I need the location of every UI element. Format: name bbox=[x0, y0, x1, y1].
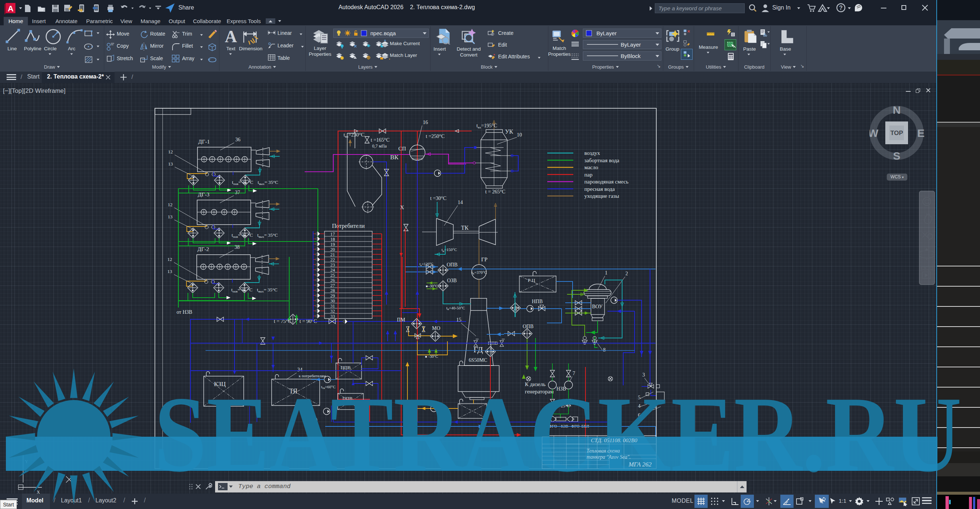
svg-text:0,7 мПа: 0,7 мПа bbox=[372, 143, 387, 149]
svg-text:t =250°C: t =250°C bbox=[426, 134, 444, 139]
svg-text:7: 7 bbox=[573, 371, 575, 376]
svg-text:МО: МО bbox=[432, 326, 441, 331]
svg-text:генераторам: генераторам bbox=[525, 389, 554, 394]
svg-text:20: 20 bbox=[330, 247, 335, 252]
svg-text:ДКЯ ФГО: ДКЯ ФГО bbox=[539, 424, 557, 428]
svg-text:37: 37 bbox=[235, 190, 240, 195]
svg-text:30: 30 bbox=[330, 298, 335, 304]
svg-text:tвых= 35°C: tвых= 35°C bbox=[257, 232, 278, 239]
svg-text:-30°C: -30°C bbox=[428, 354, 438, 358]
svg-text:2: 2 bbox=[625, 271, 628, 276]
svg-text:W: W bbox=[870, 127, 879, 139]
svg-text:31: 31 bbox=[330, 304, 335, 309]
svg-text:■: ■ bbox=[425, 355, 427, 358]
svg-text:ОПВ: ОПВ bbox=[523, 324, 534, 329]
svg-text:к потребителям: к потребителям bbox=[299, 374, 326, 378]
svg-text:39: 39 bbox=[361, 409, 367, 415]
svg-text:13: 13 bbox=[168, 214, 172, 220]
svg-text:Разраб.: Разраб. bbox=[543, 464, 550, 466]
svg-text:6: 6 bbox=[638, 412, 641, 418]
svg-text:32: 32 bbox=[330, 309, 335, 314]
svg-text:27: 27 bbox=[330, 283, 335, 288]
svg-text:tв=120°C: tв=120°C bbox=[420, 262, 433, 267]
svg-text:X: X bbox=[37, 490, 40, 493]
svg-text:Разраб.: Разраб. bbox=[543, 461, 550, 463]
svg-text:6S50MC: 6S50MC bbox=[469, 358, 487, 363]
svg-text:БКЯ: БКЯ bbox=[581, 424, 589, 428]
svg-text:25: 25 bbox=[330, 273, 335, 278]
svg-text:прес.вода: прес.вода bbox=[370, 30, 396, 37]
svg-text:4: 4 bbox=[638, 403, 641, 409]
svg-text:8: 8 bbox=[603, 347, 606, 353]
svg-text:ВОУ: ВОУ bbox=[592, 304, 603, 309]
svg-text:Иванов И.И.: Иванов И.И. bbox=[555, 455, 568, 458]
svg-text:tвых= 35°C: tвых= 35°C bbox=[258, 180, 278, 186]
svg-text:Иванов И.И.: Иванов И.И. bbox=[555, 464, 568, 466]
svg-text:ЦПВ: ЦПВ bbox=[340, 365, 351, 370]
svg-text:КЗЦ: КЗЦ bbox=[214, 380, 226, 388]
svg-text:забортная вода: забортная вода bbox=[584, 157, 620, 163]
svg-text:tвх=195°C: tвх=195°C bbox=[476, 123, 497, 129]
svg-text:ФГО: ФГО bbox=[571, 424, 579, 428]
svg-text:К дизель: К дизель bbox=[525, 381, 546, 387]
svg-text:t =165°C: t =165°C bbox=[371, 137, 390, 143]
svg-text:СП: СП bbox=[398, 146, 406, 151]
svg-text:18: 18 bbox=[330, 237, 335, 242]
svg-text:ОЗВ: ОЗВ bbox=[447, 278, 457, 283]
svg-text:ДГ-3: ДГ-3 bbox=[198, 192, 209, 197]
svg-text:уходящие газы: уходящие газы bbox=[584, 193, 619, 199]
svg-text:5: 5 bbox=[638, 395, 641, 400]
svg-text:33: 33 bbox=[330, 314, 335, 319]
svg-text:12: 12 bbox=[168, 202, 172, 207]
svg-text:Р Ц: Р Ц bbox=[528, 277, 535, 283]
svg-text:12: 12 bbox=[167, 256, 172, 262]
svg-text:E: E bbox=[917, 127, 924, 139]
svg-text:ТЯ: ТЯ bbox=[289, 388, 297, 395]
svg-text:13: 13 bbox=[168, 161, 173, 167]
svg-text:Разраб.: Разраб. bbox=[543, 455, 550, 458]
svg-text:ТК: ТК bbox=[461, 224, 469, 231]
svg-text:ByLayer: ByLayer bbox=[597, 30, 617, 37]
svg-text:38: 38 bbox=[235, 244, 240, 250]
svg-text:ОПВ: ОПВ bbox=[447, 262, 458, 267]
svg-text:10: 10 bbox=[517, 132, 522, 138]
svg-text:ByBlock: ByBlock bbox=[620, 53, 641, 59]
svg-text:15: 15 bbox=[456, 317, 461, 323]
svg-text:24: 24 bbox=[330, 267, 335, 273]
svg-text:tвых= 35°C: tвых= 35°C bbox=[257, 287, 277, 293]
svg-text:НЗВ: НЗВ bbox=[557, 386, 566, 391]
svg-text:Д: Д bbox=[514, 306, 517, 311]
svg-text:Разраб.: Разраб. bbox=[543, 458, 550, 461]
svg-text:S: S bbox=[893, 150, 900, 161]
svg-text:22: 22 bbox=[330, 257, 335, 262]
svg-text:■: ■ bbox=[426, 285, 428, 288]
svg-text:17: 17 bbox=[330, 232, 335, 237]
svg-text:Тепловая схема: Тепловая схема bbox=[587, 448, 620, 453]
svg-text:21: 21 bbox=[330, 252, 335, 257]
svg-text:танкера "Azov Sea".: танкера "Azov Sea". bbox=[587, 454, 631, 460]
svg-text:КЗВ: КЗВ bbox=[561, 424, 568, 428]
svg-text:26: 26 bbox=[330, 278, 335, 283]
svg-text:28: 28 bbox=[330, 288, 335, 293]
svg-text:ByLayer: ByLayer bbox=[620, 41, 641, 48]
svg-text:29: 29 bbox=[330, 293, 335, 298]
svg-text:МЦЦ: МЦЦ bbox=[490, 399, 503, 404]
svg-text:Иванов И.И.: Иванов И.И. bbox=[555, 453, 568, 455]
svg-text:t =30°C: t =30°C bbox=[430, 196, 446, 201]
svg-text:-30°C: -30°C bbox=[428, 284, 438, 288]
svg-text:СТД. 051108. 002В0: СТД. 051108. 002В0 bbox=[591, 437, 638, 443]
svg-text:пар: пар bbox=[584, 172, 592, 178]
svg-text:N: N bbox=[892, 106, 901, 116]
svg-text:Иванов И.И.: Иванов И.И. bbox=[555, 461, 568, 463]
svg-text:пароводяная смесь: пароводяная смесь bbox=[584, 179, 628, 185]
svg-text:tк=370°C: tк=370°C bbox=[472, 270, 487, 275]
svg-text:от НЗВ: от НЗВ bbox=[177, 309, 192, 315]
svg-text:НПВ: НПВ bbox=[532, 299, 543, 304]
svg-text:ДГ-1: ДГ-1 bbox=[198, 139, 210, 145]
svg-text:14: 14 bbox=[458, 200, 463, 205]
svg-text:ГР: ГР bbox=[481, 256, 487, 262]
svg-text:Разраб.: Разраб. bbox=[543, 453, 550, 455]
svg-text:tпов= 45 °C: tпов= 45 °C bbox=[232, 180, 253, 186]
svg-text:34: 34 bbox=[297, 367, 302, 372]
svg-text:12: 12 bbox=[168, 149, 173, 154]
